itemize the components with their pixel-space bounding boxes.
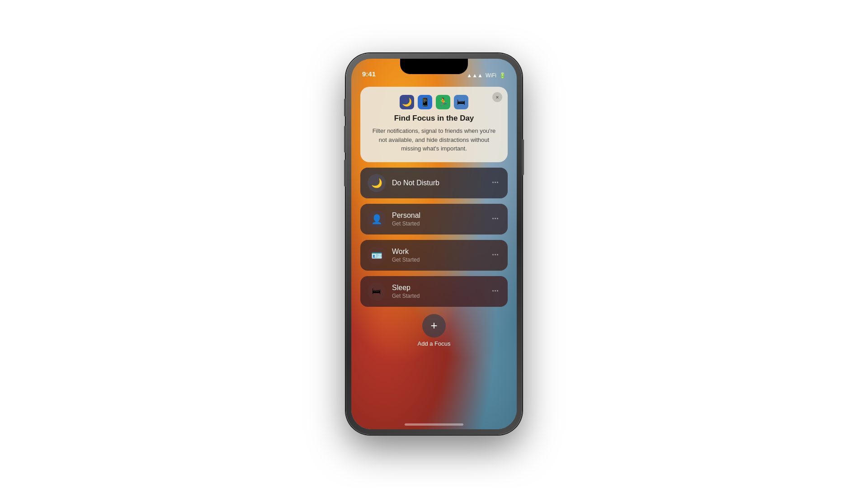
personal-focus-item[interactable]: 👤 Personal Get Started ··· [360, 204, 508, 235]
work-text: Work Get Started [392, 248, 484, 263]
work-sub: Get Started [392, 257, 484, 263]
sleep-icon: 🛏 [368, 282, 386, 300]
card-icons: 🌙 📱 🏃 🛏 [369, 95, 499, 109]
volume-down-button[interactable] [344, 160, 346, 187]
signal-icon: ▲▲▲ [467, 72, 483, 79]
dnd-name: Do Not Disturb [392, 179, 484, 187]
battery-icon: 🔋 [499, 72, 506, 79]
status-time: 9:41 [362, 70, 376, 79]
sleep-focus-item[interactable]: 🛏 Sleep Get Started ··· [360, 276, 508, 307]
personal-more-button[interactable]: ··· [490, 212, 500, 225]
personal-name: Personal [392, 211, 484, 220]
card-title: Find Focus in the Day [369, 114, 499, 123]
personal-icon: 👤 [368, 210, 386, 228]
dnd-more-button[interactable]: ··· [490, 176, 500, 189]
add-circle-icon: + [422, 314, 446, 338]
ipad-icon: 📱 [418, 95, 432, 109]
run-icon: 🏃 [436, 95, 450, 109]
dnd-text: Do Not Disturb [392, 179, 484, 187]
close-button[interactable]: × [492, 92, 502, 102]
sleep-sub: Get Started [392, 293, 484, 299]
moon-icon: 🌙 [400, 95, 414, 109]
wifi-icon: WiFi [486, 72, 496, 79]
phone-screen: 9:41 ▲▲▲ WiFi 🔋 × 🌙 📱 🏃 🛏 Find Focus in … [351, 59, 517, 429]
work-more-button[interactable]: ··· [490, 249, 500, 262]
phone-container: 9:41 ▲▲▲ WiFi 🔋 × 🌙 📱 🏃 🛏 Find Focus in … [346, 53, 522, 435]
work-name: Work [392, 248, 484, 256]
sleep-name: Sleep [392, 284, 484, 292]
focus-card: × 🌙 📱 🏃 🛏 Find Focus in the Day Filter n… [360, 87, 508, 162]
add-focus-label: Add a Focus [418, 340, 451, 347]
screen-content: × 🌙 📱 🏃 🛏 Find Focus in the Day Filter n… [351, 81, 517, 429]
dnd-focus-item[interactable]: 🌙 Do Not Disturb ··· [360, 168, 508, 198]
power-button[interactable] [522, 139, 524, 175]
notch [400, 59, 468, 74]
work-focus-item[interactable]: 🪪 Work Get Started ··· [360, 240, 508, 271]
sleep-more-button[interactable]: ··· [490, 285, 500, 298]
card-description: Filter notifications, signal to friends … [369, 127, 499, 153]
add-focus-button[interactable]: + Add a Focus [418, 314, 451, 347]
sleep-card-icon: 🛏 [454, 95, 468, 109]
silent-switch[interactable] [344, 99, 346, 117]
personal-text: Personal Get Started [392, 211, 484, 227]
volume-up-button[interactable] [344, 126, 346, 153]
work-icon: 🪪 [368, 246, 386, 264]
status-icons: ▲▲▲ WiFi 🔋 [467, 72, 506, 79]
home-indicator[interactable] [405, 423, 463, 426]
sleep-text: Sleep Get Started [392, 284, 484, 299]
dnd-icon: 🌙 [368, 174, 386, 192]
personal-sub: Get Started [392, 221, 484, 227]
